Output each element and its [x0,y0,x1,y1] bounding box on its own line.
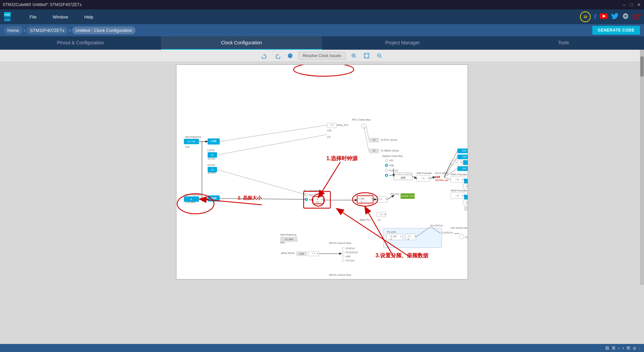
svg-text:/ 2: / 2 [408,235,411,237]
svg-text:APB1 Prescaler: APB1 Prescaler [451,173,468,176]
svg-text:HSE: HSE [389,164,394,167]
bc-device[interactable]: STM32F407ZETx [26,27,68,34]
svg-rect-14 [364,53,369,58]
undo-button[interactable] [260,51,269,60]
svg-text:32: 32 [373,149,376,152]
svg-text:168: 168 [462,167,467,170]
zoom-out-button[interactable] [375,51,384,60]
svg-text:X 192: X 192 [390,235,396,237]
scrollbar-right[interactable] [640,50,644,285]
menu-file[interactable]: File [27,13,39,21]
bc-sep-1: › [24,28,25,33]
svg-text:* N: * N [389,238,392,240]
twitter-icon[interactable] [611,13,619,20]
svg-text:12.288: 12.288 [285,238,293,241]
titlebar: STM32CubeMX Untitled*: STM32F407ZETx – □… [0,0,644,9]
st-logo: ST [633,13,641,21]
svg-text:▼: ▼ [460,161,463,164]
breadcrumb: Home › STM32F407ZETx › Untitled - Clock … [0,24,644,36]
menu-help[interactable]: Help [82,13,96,21]
svg-text:HSE_RTC: HSE_RTC [338,124,348,127]
svg-text:Main PLL: Main PLL [360,218,371,221]
svg-text:16: 16 [211,168,214,171]
bc-home[interactable]: Home [4,27,22,34]
svg-text:PCLK2: PCLK2 [468,189,468,192]
svg-text:KHz: KHz [185,146,190,148]
svg-text:STM32: STM32 [4,14,10,16]
svg-text:▼: ▼ [371,197,373,200]
svg-text:168: 168 [435,175,440,179]
svg-text:HSI RC: HSI RC [207,164,215,166]
svg-text:▼: ▼ [316,252,318,255]
svg-text:To RTC (KHz): To RTC (KHz) [380,138,397,141]
tabbar: Pinout & Configuration Clock Configurati… [0,36,644,50]
svg-text:LSI: LSI [327,136,331,138]
svg-text:3.设置分频、倍频数据: 3.设置分频、倍频数据 [376,252,429,258]
tab-pinout[interactable]: Pinout & Configuration [0,36,161,50]
svg-text:168: 168 [468,161,468,164]
zoom-in-button[interactable] [350,51,358,60]
youtube-icon[interactable] [600,13,608,20]
status-settings[interactable]: ◎ [633,346,636,350]
clock-diagram-container: Input frequency 32.768 KHz LSE LSI RC 32… [176,64,468,279]
close-btn[interactable]: ✕ [637,2,641,7]
svg-text:▼: ▼ [414,235,416,237]
svg-text:HSE: HSE [346,255,351,258]
svg-text:▼: ▼ [384,213,386,216]
resolve-clock-issues-button[interactable]: Resolve Clock Issues [299,52,346,60]
svg-text:42 MHz max: 42 MHz max [468,176,468,178]
svg-text:168: 168 [300,252,304,255]
svg-text:/ 2: / 2 [331,124,333,126]
svg-text:System Clock Mux: System Clock Mux [382,155,403,158]
version-badge: 10 [580,11,591,22]
tab-project[interactable]: Project Manager [322,36,483,50]
svg-text:To IWDG (KHz): To IWDG (KHz) [380,149,399,152]
svg-text:X 168: X 168 [358,197,364,200]
svg-line-11 [355,56,356,58]
menu-window[interactable]: Window [50,13,71,21]
refresh-button[interactable] [286,51,294,60]
svg-text:32: 32 [211,153,214,157]
svg-line-16 [380,56,382,58]
svg-text:PLLI2SCLK: PLLI2SCLK [346,251,358,254]
statusbar: 园 英 ♪ • 简 ◎ : [0,344,644,352]
network-icon[interactable] [622,13,629,20]
status-dot: • [623,346,624,350]
svg-text:/ 4: / 4 [316,198,318,201]
svg-text:▼: ▼ [462,178,464,181]
bc-current[interactable]: Untitled - Clock Configuration [72,27,136,34]
svg-text:HSI: HSI [309,194,313,196]
window-controls: – □ ✕ [622,2,641,7]
bc-sep-2: › [69,28,71,33]
minimize-btn[interactable]: – [622,2,627,7]
svg-text:/ 1: / 1 [312,252,315,255]
svg-text:/ 1: / 1 [455,161,458,164]
svg-text:APB2 Prescaler: APB2 Prescaler [451,189,468,192]
fit-screen-button[interactable] [362,51,371,60]
svg-text:PLLCLK: PLLCLK [390,193,399,195]
toolbar: Resolve Clock Issues [0,50,644,62]
svg-text:168: 168 [462,155,467,158]
menu-items: File Window Help [27,13,580,21]
svg-text:32 KHz: 32 KHz [208,158,215,160]
svg-text:(MHz) MCO2: (MHz) MCO2 [281,252,294,255]
tab-tools[interactable]: Tools [483,36,644,50]
svg-text:4-26 MHz: 4-26 MHz [185,201,196,204]
svg-text:168 MHz max: 168 MHz max [435,179,449,181]
scrollbar-thumb[interactable] [640,56,644,77]
redo-button[interactable] [273,51,282,60]
svg-text:/ Q: / Q [377,219,380,221]
svg-text:1.选择时钟源: 1.选择时钟源 [326,156,358,161]
generate-code-button[interactable]: GENERATE CODE [592,26,640,35]
status-more[interactable]: : [639,346,640,350]
svg-text:AHB Prescaler: AHB Prescaler [417,172,432,174]
svg-rect-123 [464,206,468,211]
svg-rect-89 [463,160,468,165]
facebook-icon[interactable]: f [594,12,596,21]
maximize-btn[interactable]: □ [629,2,634,7]
svg-point-180 [342,259,344,262]
svg-text:▼: ▼ [400,235,402,237]
tab-clock[interactable]: Clock Configuration [161,36,322,50]
svg-text:LSI RC: LSI RC [207,149,215,151]
svg-text:PLLI2SCLK: PLLI2SCLK [431,224,443,227]
